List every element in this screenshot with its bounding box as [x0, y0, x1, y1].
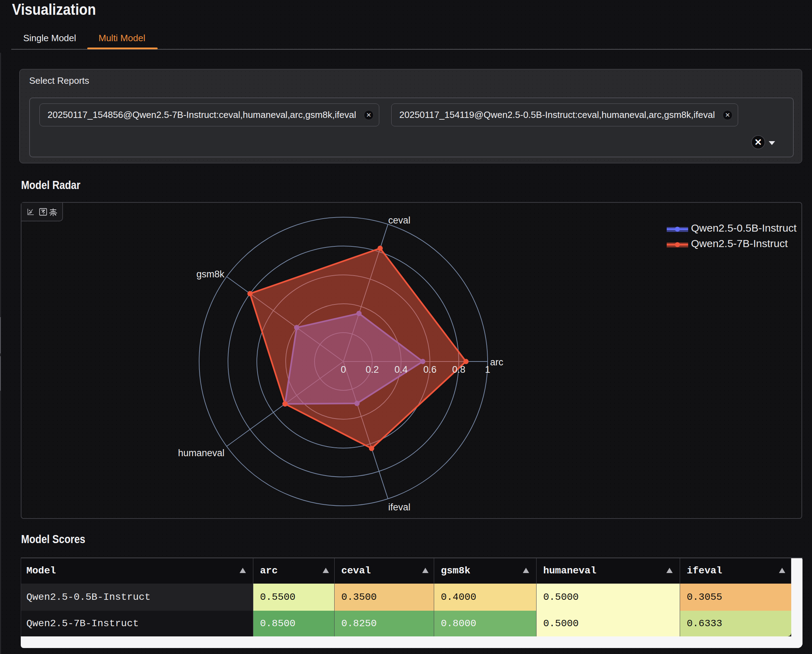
svg-text:0.4: 0.4 — [394, 364, 408, 375]
svg-text:gsm8k: gsm8k — [196, 269, 224, 280]
svg-text:humaneval: humaneval — [178, 448, 224, 458]
svg-text:0.2: 0.2 — [366, 364, 379, 375]
svg-text:Qwen2.5-0.5B-Instruct: Qwen2.5-0.5B-Instruct — [691, 222, 797, 234]
svg-text:ifeval: ifeval — [388, 502, 410, 512]
svg-text:1: 1 — [485, 364, 490, 375]
svg-text:Qwen2.5-7B-Instruct: Qwen2.5-7B-Instruct — [691, 238, 788, 249]
svg-text:0.8: 0.8 — [452, 364, 466, 375]
svg-text:0.6: 0.6 — [423, 364, 437, 375]
svg-text:ceval: ceval — [388, 215, 410, 226]
svg-text:arc: arc — [490, 357, 504, 367]
svg-text:0: 0 — [340, 364, 346, 375]
